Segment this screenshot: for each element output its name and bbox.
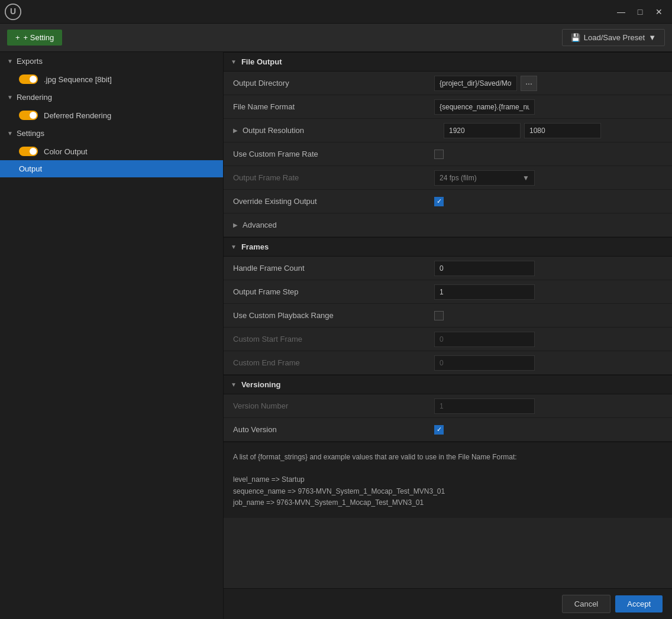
chevron-versioning-icon: ▼	[231, 381, 237, 388]
advanced-row[interactable]: ▶ Advanced	[224, 213, 672, 237]
output-label: Output	[19, 164, 42, 173]
sidebar-rendering-label: Rendering	[17, 93, 52, 102]
use-custom-playback-range-label: Use Custom Playback Range	[233, 311, 434, 320]
auto-version-checkbox[interactable]	[434, 425, 444, 435]
accept-button[interactable]: Accept	[615, 595, 663, 612]
info-entry-0: level_name => Startup	[233, 474, 663, 485]
section-frames[interactable]: ▼ Frames	[224, 237, 672, 257]
output-frame-step-row: Output Frame Step	[224, 280, 672, 304]
minimize-button[interactable]: —	[613, 5, 629, 18]
use-custom-frame-rate-row: Use Custom Frame Rate	[224, 142, 672, 166]
use-custom-playback-range-row: Use Custom Playback Range	[224, 304, 672, 328]
sidebar: ▼ Exports .jpg Sequence [8bit] ▼ Renderi…	[0, 52, 224, 619]
sidebar-item-jpg-sequence[interactable]: .jpg Sequence [8bit]	[0, 70, 223, 88]
chevron-exports-icon: ▼	[7, 58, 13, 64]
footer: Cancel Accept	[224, 588, 672, 619]
custom-end-frame-label: Custom End Frame	[233, 358, 434, 367]
sidebar-item-deferred-rendering[interactable]: Deferred Rendering	[0, 106, 223, 124]
chevron-rendering-icon: ▼	[7, 94, 13, 101]
version-number-value	[434, 398, 663, 414]
dropdown-arrow-icon: ▼	[648, 33, 656, 42]
custom-start-frame-input[interactable]	[434, 332, 535, 347]
file-name-format-input[interactable]	[434, 99, 535, 115]
output-frame-step-value	[434, 284, 663, 300]
toolbar: + + Setting 💾 Load/Save Preset ▼	[0, 24, 672, 52]
sidebar-item-output[interactable]: Output	[0, 160, 223, 177]
chevron-settings-icon: ▼	[7, 130, 13, 137]
frames-title: Frames	[241, 242, 269, 251]
file-name-format-label: File Name Format	[233, 102, 434, 111]
override-existing-output-row: Override Existing Output	[224, 190, 672, 213]
custom-start-frame-value	[434, 332, 663, 347]
version-number-input[interactable]	[434, 398, 535, 414]
settings-scroll: ▼ File Output Output Directory ··· File …	[224, 52, 672, 588]
sidebar-settings-label: Settings	[17, 129, 44, 138]
color-output-toggle[interactable]	[19, 147, 38, 156]
advanced-label: Advanced	[243, 221, 444, 229]
svg-text:U: U	[10, 7, 16, 16]
output-frame-step-input[interactable]	[434, 284, 535, 300]
info-entry-1: sequence_name => 9763-MVN_System_1_Mocap…	[233, 486, 663, 497]
output-resolution-value	[444, 123, 663, 138]
auto-version-row: Auto Version	[224, 418, 672, 442]
use-custom-playback-range-checkbox[interactable]	[434, 311, 444, 320]
override-existing-output-checkbox[interactable]	[434, 197, 444, 206]
sidebar-item-color-output[interactable]: Color Output	[0, 142, 223, 160]
output-directory-dots-button[interactable]: ···	[521, 76, 537, 91]
version-number-label: Version Number	[233, 401, 434, 410]
custom-end-frame-input[interactable]	[434, 355, 535, 371]
add-setting-button[interactable]: + + Setting	[7, 30, 62, 46]
use-custom-playback-range-value	[434, 311, 663, 320]
output-directory-label: Output Directory	[233, 79, 434, 87]
load-save-preset-button[interactable]: 💾 Load/Save Preset ▼	[562, 29, 665, 46]
add-setting-label: + Setting	[24, 33, 54, 42]
auto-version-value	[434, 425, 663, 435]
handle-frame-count-row: Handle Frame Count	[224, 257, 672, 280]
output-directory-input[interactable]	[434, 76, 517, 91]
output-frame-rate-select[interactable]: 24 fps (film) ▼	[434, 170, 535, 186]
use-custom-frame-rate-value	[434, 150, 663, 159]
load-save-label: Load/Save Preset	[584, 33, 645, 42]
jpg-sequence-toggle[interactable]	[19, 74, 38, 84]
output-frame-rate-row: Output Frame Rate 24 fps (film) ▼	[224, 166, 672, 190]
maximize-button[interactable]: □	[632, 5, 648, 18]
file-output-title: File Output	[241, 57, 282, 66]
main-content: ▼ Exports .jpg Sequence [8bit] ▼ Renderi…	[0, 52, 672, 619]
sidebar-exports-label: Exports	[17, 57, 43, 66]
dropdown-chevron-icon: ▼	[522, 174, 529, 182]
right-panel: ▼ File Output Output Directory ··· File …	[224, 52, 672, 619]
color-output-label: Color Output	[44, 147, 88, 156]
ue-logo-icon: U	[5, 4, 21, 20]
output-frame-rate-selected: 24 fps (film)	[440, 174, 477, 182]
override-existing-output-label: Override Existing Output	[233, 197, 434, 206]
sidebar-section-settings[interactable]: ▼ Settings	[0, 124, 223, 142]
section-versioning[interactable]: ▼ Versioning	[224, 375, 672, 394]
chevron-frames-icon: ▼	[231, 244, 237, 250]
output-frame-step-label: Output Frame Step	[233, 287, 434, 296]
output-directory-value: ···	[434, 76, 663, 91]
info-box-text: A list of {format_strings} and example v…	[233, 452, 663, 463]
close-button[interactable]: ✕	[651, 5, 667, 18]
output-directory-row: Output Directory ···	[224, 72, 672, 95]
handle-frame-count-input[interactable]	[434, 261, 535, 276]
version-number-row: Version Number	[224, 394, 672, 418]
chevron-resolution-icon: ▶	[233, 127, 238, 134]
use-custom-frame-rate-checkbox[interactable]	[434, 150, 444, 159]
cancel-button[interactable]: Cancel	[562, 595, 610, 613]
custom-start-frame-row: Custom Start Frame	[224, 328, 672, 351]
section-file-output[interactable]: ▼ File Output	[224, 52, 672, 72]
custom-end-frame-value	[434, 355, 663, 371]
output-resolution-row[interactable]: ▶ Output Resolution	[224, 119, 672, 142]
resolution-height-input[interactable]	[524, 123, 601, 138]
sidebar-section-exports[interactable]: ▼ Exports	[0, 52, 223, 70]
chevron-advanced-icon: ▶	[233, 222, 238, 228]
versioning-title: Versioning	[241, 380, 280, 389]
title-bar-controls: — □ ✕	[613, 5, 667, 18]
chevron-file-output-icon: ▼	[231, 59, 237, 65]
handle-frame-count-label: Handle Frame Count	[233, 264, 434, 273]
deferred-rendering-toggle[interactable]	[19, 111, 38, 120]
sidebar-section-rendering[interactable]: ▼ Rendering	[0, 88, 223, 106]
jpg-sequence-label: .jpg Sequence [8bit]	[44, 75, 112, 84]
resolution-width-input[interactable]	[444, 123, 521, 138]
custom-end-frame-row: Custom End Frame	[224, 351, 672, 375]
